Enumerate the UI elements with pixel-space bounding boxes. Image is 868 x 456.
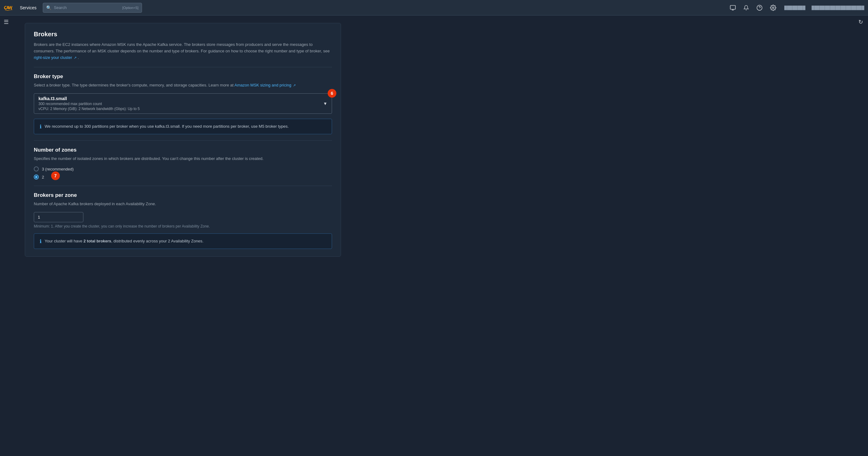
pricing-external-icon: ↗: [293, 83, 296, 88]
zones-option-3[interactable]: 3 (recommended): [34, 166, 332, 172]
bell-icon[interactable]: [742, 3, 751, 13]
terminal-icon[interactable]: [728, 3, 738, 13]
zones-radio-2[interactable]: [34, 175, 39, 180]
broker-type-title: Broker type: [34, 73, 332, 80]
brokers-per-zone-title: Brokers per zone: [34, 192, 332, 199]
broker-type-info-text: We recommend up to 300 partitions per br…: [44, 123, 289, 129]
dropdown-arrow-icon: ▼: [323, 101, 328, 106]
number-of-zones-section: Number of zones Specifies the number of …: [34, 147, 332, 180]
search-input[interactable]: [54, 5, 120, 10]
sidebar-toggle-button[interactable]: ☰: [4, 19, 9, 25]
user-menu[interactable]: ████████: [782, 4, 808, 11]
region-label: ████████████████████: [812, 6, 864, 10]
right-size-link[interactable]: right-size your cluster ↗: [34, 55, 78, 60]
zones-description: Specifies the number of isolated zones i…: [34, 156, 332, 162]
broker-type-section: Broker type Select a broker type. The ty…: [34, 73, 332, 134]
zones-label-2: 2: [42, 175, 44, 180]
zones-option-2[interactable]: 2: [34, 175, 44, 180]
services-nav-button[interactable]: Services: [18, 4, 39, 11]
aws-logo[interactable]: [4, 4, 13, 11]
brokers-title: Brokers: [34, 31, 332, 38]
total-brokers-info-text: Your cluster will have 2 total brokers, …: [44, 238, 204, 244]
zones-label-3: 3 (recommended): [42, 167, 74, 172]
brokers-description: Brokers are the EC2 instances where Amaz…: [34, 41, 332, 61]
svg-rect-0: [731, 5, 736, 9]
settings-icon[interactable]: [768, 3, 778, 13]
broker-type-description: Select a broker type. The type determine…: [34, 82, 332, 88]
brokers-per-zone-description: Number of Apache Kafka brokers deployed …: [34, 201, 332, 207]
search-bar[interactable]: 🔍 [Option+S]: [43, 3, 142, 13]
msk-pricing-link[interactable]: Amazon MSK sizing and pricing ↗: [235, 83, 296, 87]
zones-title: Number of zones: [34, 147, 332, 153]
search-shortcut: [Option+S]: [122, 6, 138, 10]
help-icon[interactable]: [754, 3, 765, 13]
top-nav: Services 🔍 [Option+S] ████: [0, 0, 868, 16]
external-link-icon: ↗: [74, 55, 76, 61]
zones-radio-group: 3 (recommended) 2 7: [34, 166, 332, 180]
broker-type-selected-value: kafka.t3.small: [38, 96, 319, 101]
refresh-button[interactable]: ↻: [858, 19, 863, 25]
info-circle-icon: ℹ: [40, 124, 41, 129]
step-badge-7: 7: [51, 172, 60, 180]
brokers-per-zone-section: Brokers per zone Number of Apache Kafka …: [34, 192, 332, 249]
brokers-per-zone-hint: Minimum: 1. After you create the cluster…: [34, 224, 332, 229]
broker-type-dropdown[interactable]: kafka.t3.small 300 recommended max parti…: [34, 93, 332, 114]
total-brokers-info-box: ℹ Your cluster will have 2 total brokers…: [34, 234, 332, 249]
step-badge-6: 6: [328, 89, 336, 98]
brokers-section: Brokers Brokers are the EC2 instances wh…: [25, 23, 341, 257]
total-brokers-bold: 2 total brokers: [83, 239, 111, 243]
main-content: Brokers Brokers are the EC2 instances wh…: [12, 16, 353, 270]
broker-type-info-box: ℹ We recommend up to 300 partitions per …: [34, 119, 332, 134]
zones-radio-3[interactable]: [34, 166, 39, 172]
region-selector[interactable]: ████████████████████: [812, 6, 864, 10]
broker-type-partition-count: 300 recommended max partition count: [38, 102, 319, 106]
info-circle-icon-2: ℹ: [40, 238, 41, 244]
svg-point-5: [772, 7, 774, 8]
broker-type-specs: vCPU: 2 Memory (GiB): 2 Network bandwidt…: [38, 107, 319, 111]
search-icon: 🔍: [46, 5, 52, 10]
brokers-per-zone-input[interactable]: [34, 212, 83, 222]
user-label: ████████: [784, 6, 805, 10]
